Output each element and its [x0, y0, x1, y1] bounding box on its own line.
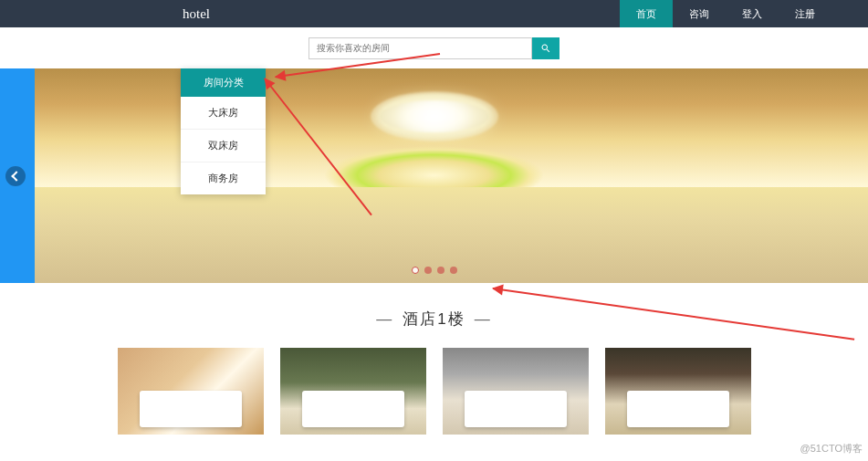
- category-item-business[interactable]: 商务房: [181, 162, 266, 194]
- category-item-twin-bed[interactable]: 双床房: [181, 130, 266, 162]
- room-card[interactable]: [605, 348, 751, 435]
- category-item-big-bed[interactable]: 大床房: [181, 97, 266, 130]
- nav-register[interactable]: 注册: [779, 0, 831, 27]
- category-menu: 房间分类 大床房 双床房 商务房: [181, 68, 266, 194]
- carousel-dot[interactable]: [450, 267, 457, 274]
- nav-home[interactable]: 首页: [620, 0, 673, 27]
- search-icon: [540, 43, 551, 54]
- main-nav: 首页 咨询 登入 注册: [620, 0, 831, 27]
- bed-icon: [302, 391, 404, 427]
- room-card[interactable]: [443, 348, 589, 435]
- nav-consult[interactable]: 咨询: [673, 0, 726, 27]
- search-bar: [0, 27, 868, 68]
- carousel-prev-button[interactable]: [5, 166, 26, 186]
- carousel-dot[interactable]: [437, 267, 444, 274]
- room-grid: [0, 348, 868, 435]
- header-bar: hotel 首页 咨询 登入 注册: [0, 0, 868, 27]
- chandelier-decoration: [371, 91, 498, 141]
- carousel-dots: [412, 267, 457, 274]
- bed-icon: [465, 391, 567, 427]
- hero-carousel: 房间分类 大床房 双床房 商务房: [0, 68, 868, 283]
- bed-icon: [140, 391, 242, 427]
- search-button[interactable]: [532, 37, 559, 59]
- logo[interactable]: hotel: [183, 6, 210, 22]
- category-header: 房间分类: [181, 68, 266, 97]
- room-card[interactable]: [280, 348, 426, 435]
- carousel-dot[interactable]: [424, 267, 432, 274]
- room-card[interactable]: [118, 348, 264, 435]
- nav-login[interactable]: 登入: [726, 0, 779, 27]
- carousel-dot[interactable]: [412, 267, 419, 274]
- section-title: 酒店1楼: [0, 283, 868, 348]
- watermark: @51CTO博客: [800, 442, 863, 456]
- bed-icon: [627, 391, 729, 427]
